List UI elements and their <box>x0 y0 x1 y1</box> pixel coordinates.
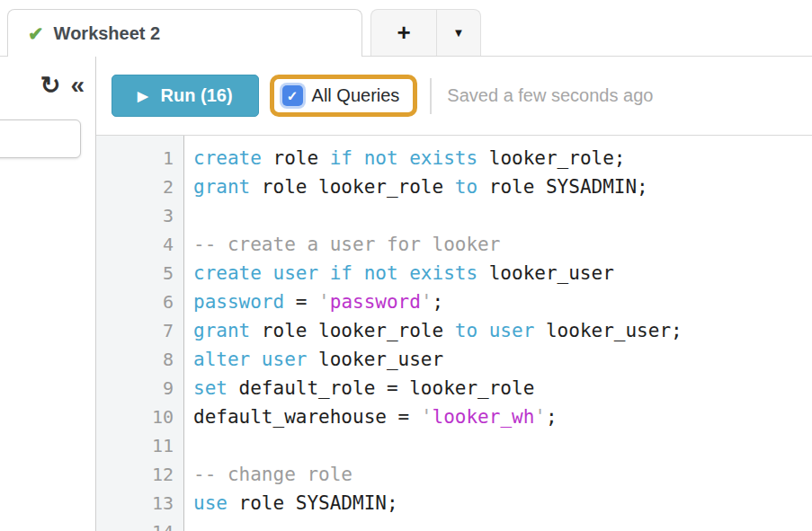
sql-editor[interactable]: 1234567891011121314 create role if not e… <box>96 135 812 531</box>
worksheet-content: ▶ Run (16) ✓ All Queries Saved a few sec… <box>96 57 812 531</box>
code-token-quote: ' <box>421 406 433 428</box>
code-line: create role if not exists looker_role; <box>193 144 812 173</box>
play-icon: ▶ <box>138 89 148 102</box>
code-token-keyword: set <box>193 377 228 399</box>
line-number-gutter: 1234567891011121314 <box>96 136 184 531</box>
code-line: grant role looker_role to role SYSADMIN; <box>193 173 812 201</box>
sidebar-search-input[interactable] <box>0 119 81 158</box>
worksheet-menu-button[interactable]: ▼ <box>437 10 480 56</box>
code-token-plain: role SYSADMIN; <box>477 176 648 198</box>
new-worksheet-button[interactable]: + <box>371 10 437 56</box>
tab-bar: ✔ Worksheet 2 + ▼ <box>0 0 812 57</box>
line-number: 1 <box>96 144 183 173</box>
code-token-plain: = <box>284 291 318 313</box>
caret-down-icon: ▼ <box>453 26 465 40</box>
line-number: 14 <box>96 518 183 531</box>
code-line: password = 'password'; <box>193 288 812 316</box>
code-token-keyword: use <box>193 492 228 514</box>
checkmark-icon: ✓ <box>287 88 299 104</box>
line-number: 12 <box>96 460 183 489</box>
code-token-plain: ; <box>433 291 444 313</box>
sidebar-icons: ↻ « <box>0 73 95 98</box>
code-token-keyword: if not exists <box>330 147 477 169</box>
code-line: alter user looker_user <box>193 345 812 374</box>
code-token-plain: default_warehouse = <box>193 406 421 428</box>
code-token-plain: role looker_role <box>250 176 455 198</box>
code-token-keyword: to <box>455 176 477 198</box>
line-number: 10 <box>96 403 183 431</box>
code-token-plain: looker_user <box>307 349 443 370</box>
all-queries-checkbox[interactable]: ✓ <box>282 85 303 106</box>
code-line: default_warehouse = 'looker_wh'; <box>193 403 812 431</box>
refresh-icon[interactable]: ↻ <box>40 74 61 98</box>
line-number: 9 <box>96 374 183 403</box>
code-token-keyword: create user if not exists <box>193 262 477 284</box>
code-token-plain: role SYSADMIN; <box>228 492 398 514</box>
line-number: 11 <box>96 431 183 460</box>
main-area: ↻ « ▶ Run (16) ✓ All Queries Saved a few… <box>0 57 812 531</box>
check-icon: ✔ <box>28 24 44 43</box>
code-token-string: password <box>330 291 421 313</box>
code-token-plain: default_role = looker_role <box>228 377 534 399</box>
run-button-label: Run (16) <box>161 85 233 106</box>
code-line <box>193 431 812 460</box>
code-line: create user if not exists looker_user <box>193 259 812 288</box>
tab-controls: + ▼ <box>370 9 481 56</box>
saved-status: Saved a few seconds ago <box>447 85 653 106</box>
tab-label: Worksheet 2 <box>54 23 161 44</box>
code-token-comment: -- create a user for looker <box>193 234 500 255</box>
code-token-plain: looker_role; <box>477 147 625 169</box>
code-token-plain: role <box>262 147 330 169</box>
run-button[interactable]: ▶ Run (16) <box>112 75 259 117</box>
line-number: 7 <box>96 316 183 345</box>
code-line: use role SYSADMIN; <box>193 489 812 518</box>
code-token-plain: looker_user <box>477 262 614 284</box>
code-token-quote: ' <box>318 291 330 313</box>
all-queries-label: All Queries <box>312 85 400 106</box>
line-number: 4 <box>96 230 183 259</box>
line-number: 2 <box>96 173 183 201</box>
code-line <box>193 518 812 531</box>
code-token-keyword: grant <box>193 320 250 341</box>
code-token-keyword: alter user <box>193 349 307 370</box>
code-token-plain: ; <box>546 406 558 428</box>
code-token-plain: looker_user; <box>534 320 682 341</box>
line-number: 8 <box>96 345 183 374</box>
code-token-keyword: create <box>193 147 262 169</box>
code-area[interactable]: create role if not exists looker_role;gr… <box>184 136 812 531</box>
object-sidebar: ↻ « <box>0 57 96 531</box>
line-number: 5 <box>96 259 183 288</box>
line-number: 13 <box>96 489 183 518</box>
code-token-plain: role looker_role <box>250 320 455 341</box>
code-token-string: looker_wh <box>433 406 535 428</box>
toolbar: ▶ Run (16) ✓ All Queries Saved a few sec… <box>96 57 812 135</box>
code-token-keyword: grant <box>193 176 250 198</box>
line-number: 6 <box>96 288 183 316</box>
code-line <box>193 201 812 230</box>
code-token-keyword: to user <box>455 320 535 341</box>
code-line: set default_role = looker_role <box>193 374 812 403</box>
code-token-comment: -- change role <box>193 464 352 485</box>
code-token-quote: ' <box>421 291 433 313</box>
code-line: grant role looker_role to user looker_us… <box>193 316 812 345</box>
line-number: 3 <box>96 201 183 230</box>
collapse-sidebar-icon[interactable]: « <box>70 73 83 98</box>
code-line: -- change role <box>193 460 812 489</box>
tab-worksheet-2[interactable]: ✔ Worksheet 2 <box>7 9 362 57</box>
all-queries-highlight-ring: ✓ All Queries <box>270 75 418 117</box>
code-line: -- create a user for looker <box>193 230 812 259</box>
code-token-keyword: password <box>193 291 284 313</box>
code-token-quote: ' <box>534 406 546 428</box>
toolbar-divider <box>430 78 432 114</box>
